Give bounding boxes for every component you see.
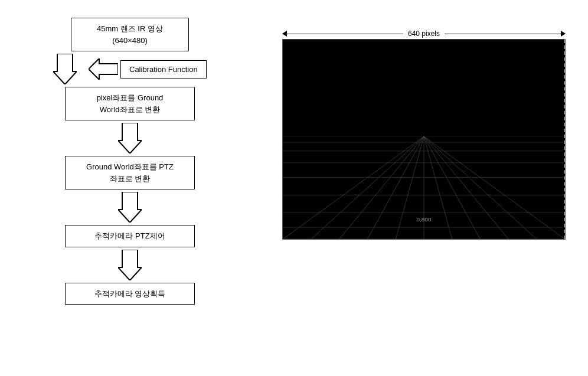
flow-diagram: 45mm 렌즈 IR 영상 (640×480) Calibratio — [6, 12, 254, 364]
pixel-line — [287, 34, 403, 34]
perspective-grid: 0,800 — [283, 40, 565, 239]
pixel-label: 640 pixels — [403, 30, 445, 38]
step1-box: pixel좌표를 Ground World좌표로 변환 — [65, 87, 195, 120]
svg-line-16 — [424, 136, 565, 239]
top-box: 45mm 렌즈 IR 영상 (640×480) — [71, 18, 189, 51]
svg-line-8 — [339, 136, 424, 239]
right-edge-indicator — [564, 40, 565, 239]
svg-marker-4 — [118, 250, 142, 280]
step1-line1: pixel좌표를 Ground — [97, 93, 164, 102]
calibration-label: Calibration Function — [129, 65, 198, 74]
svg-line-15 — [424, 136, 537, 239]
svg-marker-3 — [118, 192, 142, 223]
svg-marker-1 — [89, 58, 118, 80]
step4-box: 추적카메라 영상획득 — [65, 283, 195, 305]
calibration-box: Calibration Function — [120, 60, 207, 79]
svg-line-12 — [424, 136, 452, 239]
svg-line-6 — [283, 136, 424, 239]
image-area: 640 pixels — [254, 12, 582, 364]
pixel-label-row: 640 pixels — [282, 30, 566, 38]
pixel-arrow-left — [282, 31, 287, 37]
svg-line-7 — [311, 136, 424, 239]
svg-line-13 — [424, 136, 480, 239]
arrow-down-2 — [118, 123, 142, 153]
calibration-row: Calibration Function — [6, 54, 254, 84]
step3-label: 추적카메라 PTZ제어 — [94, 231, 165, 240]
svg-text:0,800: 0,800 — [417, 216, 432, 223]
arrow-down-4 — [118, 250, 142, 280]
down-arrow-1 — [41, 54, 89, 84]
step2-line1: Ground World좌표를 PTZ — [86, 162, 174, 171]
svg-line-10 — [396, 136, 424, 239]
pixel-line-right — [445, 34, 561, 34]
top-box-line2: (640×480) — [112, 36, 148, 45]
svg-line-9 — [368, 136, 424, 239]
left-arrow — [89, 58, 118, 80]
svg-line-14 — [424, 136, 508, 239]
main-container: 45mm 렌즈 IR 영상 (640×480) Calibratio — [0, 0, 588, 376]
camera-image: 0,800 — [282, 39, 566, 240]
svg-marker-0 — [53, 54, 77, 84]
top-box-line1: 45mm 렌즈 IR 영상 — [97, 24, 163, 33]
step2-box: Ground World좌표를 PTZ 좌표로 변환 — [65, 156, 195, 189]
step2-line2: 좌표로 변환 — [110, 174, 151, 183]
step1-line2: World좌표로 변환 — [100, 105, 160, 114]
pixel-arrow-right — [561, 31, 566, 37]
step4-label: 추적카메라 영상획득 — [94, 289, 166, 298]
svg-marker-2 — [118, 123, 142, 153]
step3-box: 추적카메라 PTZ제어 — [65, 225, 195, 247]
arrow-down-3 — [118, 192, 142, 223]
